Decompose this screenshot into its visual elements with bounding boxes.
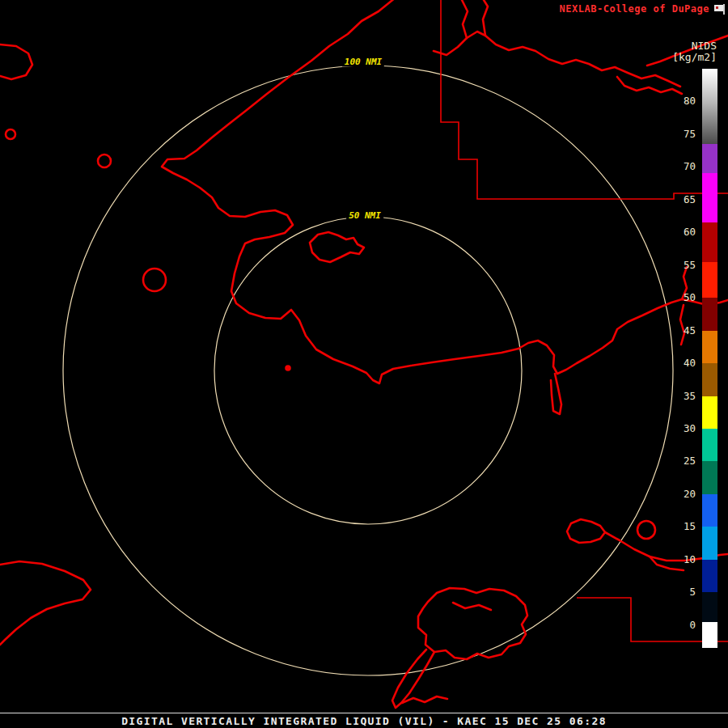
colorbar-tick-label: 75	[684, 128, 696, 141]
radar-map	[0, 0, 728, 728]
scale-header: NIDS [kg/m2]	[636, 40, 717, 63]
colorbar-ticks: 80757065605550454035302520151050	[665, 69, 696, 648]
scale-units: [kg/m2]	[636, 52, 717, 63]
colorbar-segment	[702, 173, 717, 222]
colorbar-segment	[702, 429, 717, 461]
colorbar-tick-label: 5	[689, 586, 696, 599]
coastline-path	[462, 0, 468, 38]
colorbar-tick-label: 40	[684, 357, 696, 370]
range-ring-outer	[63, 66, 673, 675]
island-outline	[143, 269, 166, 291]
colorbar-tick-label: 25	[684, 455, 696, 468]
radar-display: 100 NMI 50 NMI NEXLAB-College of DuPage …	[0, 0, 728, 728]
colorbar-tick-label: 60	[684, 226, 696, 239]
colorbar-segment	[702, 592, 717, 621]
island-outline	[637, 521, 655, 539]
colorbar-tick-label: 20	[684, 488, 696, 501]
coastline-path	[453, 603, 491, 610]
coastline-path	[483, 0, 488, 36]
colorbar-segment	[702, 262, 717, 298]
colorbar-tick-label: 30	[684, 422, 696, 435]
colorbar-segment	[702, 461, 717, 493]
island-outline	[567, 519, 605, 543]
island-dot	[286, 366, 290, 370]
colorbar-segment	[702, 363, 717, 396]
coastline-path	[402, 696, 447, 703]
colorbar-tick-label: 55	[684, 259, 696, 272]
island-outline	[6, 129, 15, 139]
brand-text: NEXLAB-College of DuPage	[560, 3, 709, 15]
footer-divider	[0, 713, 728, 713]
coastline-path	[551, 374, 561, 414]
colorbar-segment	[702, 622, 717, 648]
colorbar-segment	[702, 527, 717, 559]
colorbar-segment	[702, 494, 717, 527]
colorbar-bar	[702, 69, 717, 648]
coastline-path	[162, 0, 518, 383]
colorbar-segment	[702, 298, 717, 330]
range-ring-inner-label: 50 NMI	[346, 210, 383, 221]
range-ring-outer-label: 100 NMI	[342, 57, 384, 67]
cod-flag-icon	[713, 4, 726, 15]
colorbar: 80757065605550454035302520151050	[665, 69, 718, 648]
colorbar-segment	[702, 560, 717, 592]
colorbar-tick-label: 15	[684, 520, 696, 533]
colorbar-tick-label: 35	[684, 390, 696, 403]
colorbar-segment	[702, 396, 717, 429]
island-outline	[98, 154, 111, 167]
colorbar-segment	[702, 331, 717, 363]
colorbar-segment	[702, 69, 717, 144]
product-caption: DIGITAL VERTICALLY INTEGRATED LIQUID (VI…	[0, 715, 728, 727]
colorbar-tick-label: 10	[684, 553, 696, 566]
colorbar-tick-label: 0	[689, 619, 696, 632]
coastline-outlines	[0, 0, 728, 708]
colorbar-tick-label: 50	[684, 291, 696, 304]
scale-title: NIDS	[636, 40, 717, 52]
lake-outline	[418, 588, 527, 659]
colorbar-segment	[702, 144, 717, 173]
island-outline	[310, 232, 364, 262]
colorbar-segment	[702, 222, 717, 262]
colorbar-tick-label: 65	[684, 193, 696, 206]
range-ring-inner	[214, 217, 522, 524]
coastline-path	[0, 561, 91, 645]
coastline-path	[0, 44, 32, 79]
colorbar-tick-label: 70	[684, 160, 696, 173]
colorbar-tick-label: 80	[684, 95, 696, 108]
header: NEXLAB-College of DuPage	[560, 3, 726, 15]
colorbar-tick-label: 45	[684, 324, 696, 337]
